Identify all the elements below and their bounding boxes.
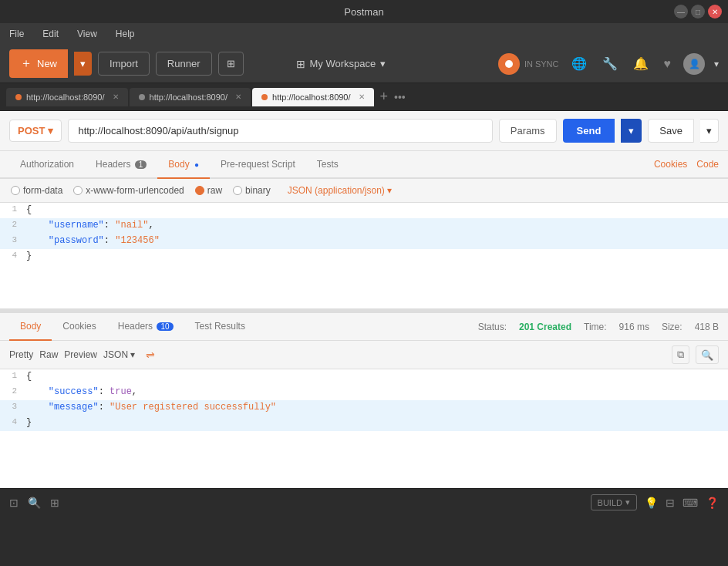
tab-authorization[interactable]: Authorization [9,151,85,179]
send-button[interactable]: Send [563,119,615,143]
form-data-option[interactable]: form-data [11,185,62,196]
tab-1[interactable]: http://localhost:8090/ ✕ [6,88,128,106]
response-actions: ⧉ 🔍 [672,345,719,364]
time-value: 916 ms [619,322,649,332]
tab-more-button[interactable]: ••• [394,91,406,103]
globe-icon[interactable]: 🌐 [568,53,590,74]
time-label: Time: [584,322,607,332]
cookies-link[interactable]: Cookies [654,159,687,170]
menu-file[interactable]: File [6,27,27,41]
raw-button[interactable]: Raw [39,349,58,360]
tab-2[interactable]: http://localhost:8090/ ✕ [130,88,251,106]
toolbar: ＋ New ▾ Import Runner ⊞ ⊞ My Workspace ▾… [0,45,728,83]
raw-radio[interactable] [195,186,204,195]
workspace-grid-icon: ⊞ [296,58,305,70]
code-link[interactable]: Code [696,159,719,170]
menu-help[interactable]: Help [113,27,138,41]
collection-icon[interactable]: ⊞ [50,497,59,509]
new-dropdown-button[interactable]: ▾ [74,52,92,76]
response-code-editor[interactable]: 1 { 2 "success": true, 3 "message": "Use… [0,369,728,488]
tab-dot-3 [261,94,268,100]
tab-body[interactable]: Body ● [157,151,210,179]
tab-close-2[interactable]: ✕ [235,93,241,101]
response-status: Status: 201 Created Time: 916 ms Size: 4… [478,322,719,332]
resp-tab-cookies[interactable]: Cookies [52,313,106,341]
new-window-icon[interactable]: ⊡ [9,497,19,509]
runner-button[interactable]: Runner [156,52,212,76]
word-wrap-icon[interactable]: ⇌ [146,349,155,361]
avatar-chevron-icon[interactable]: ▾ [714,59,719,69]
bell-icon[interactable]: 🔔 [630,53,652,74]
tab-3[interactable]: http://localhost:8090/ ✕ [252,88,374,106]
tab-close-3[interactable]: ✕ [359,93,365,101]
tab-headers[interactable]: Headers 1 [85,151,157,179]
tab-pre-request[interactable]: Pre-request Script [210,151,306,179]
save-button[interactable]: Save [648,119,694,143]
resp-headers-badge: 10 [157,322,173,331]
resp-tab-test-results[interactable]: Test Results [184,313,256,341]
method-chevron-icon: ▾ [48,125,53,136]
request-bar: POST ▾ Params Send ▾ Save ▾ [0,111,728,151]
request-code-editor[interactable]: 1 { 2 "username": "nail", 3 "password": … [0,203,728,311]
build-button[interactable]: BUILD ▾ [591,494,637,510]
resp-tab-headers[interactable]: Headers 10 [107,313,184,341]
sync-layout-button[interactable]: ⊞ [218,52,244,76]
form-data-radio[interactable] [11,186,20,195]
panel-tab-right: Cookies Code [654,159,719,170]
heart-icon[interactable]: ♥ [661,54,675,74]
sync-dot [505,60,513,68]
json-type-chevron-icon: ▾ [387,185,392,196]
menu-edit[interactable]: Edit [39,27,62,41]
avatar[interactable]: 👤 [683,53,705,75]
split-view-icon[interactable]: ⊟ [666,497,675,509]
send-dropdown-button[interactable]: ▾ [621,119,642,143]
resp-line-1: 1 { [0,369,728,385]
footer: ⊡ 🔍 ⊞ BUILD ▾ 💡 ⊟ ⌨ ❓ [0,488,728,516]
url-input[interactable] [68,119,492,143]
workspace-chevron-icon: ▾ [380,58,386,69]
save-dropdown-button[interactable]: ▾ [700,119,719,143]
params-button[interactable]: Params [499,119,557,143]
wrench-icon[interactable]: 🔧 [599,53,621,74]
lightbulb-icon[interactable]: 💡 [645,497,658,509]
resp-line-2: 2 "success": true, [0,385,728,400]
urlencoded-option[interactable]: x-www-form-urlencoded [73,185,184,196]
app-title: Postman [344,6,383,18]
method-select[interactable]: POST ▾ [9,120,62,142]
urlencoded-radio[interactable] [73,186,83,195]
window-controls: — □ ✕ [674,5,722,19]
preview-button[interactable]: Preview [64,349,97,360]
resp-tab-body[interactable]: Body [9,313,52,341]
search-icon[interactable]: 🔍 [28,497,41,509]
menu-view[interactable]: View [74,27,100,41]
pretty-button[interactable]: Pretty [9,349,33,360]
tab-close-1[interactable]: ✕ [113,93,119,101]
search-response-button[interactable]: 🔍 [696,345,719,364]
raw-option[interactable]: raw [195,185,222,196]
tab-label-3: http://localhost:8090/ [272,93,351,102]
json-format-select[interactable]: JSON ▾ [103,349,135,360]
workspace-label: My Workspace [310,58,376,69]
sync-label: IN SYNC [524,59,559,69]
import-button[interactable]: Import [98,52,150,76]
minimize-button[interactable]: — [674,5,688,19]
keyboard-icon[interactable]: ⌨ [682,497,698,509]
maximize-button[interactable]: □ [691,5,705,19]
json-type-select[interactable]: JSON (application/json) ▾ [288,185,392,196]
binary-radio[interactable] [233,186,242,195]
new-button[interactable]: ＋ New [9,49,68,78]
response-format-bar: Pretty Raw Preview JSON ▾ ⇌ ⧉ 🔍 [0,341,728,369]
size-label: Size: [662,322,682,332]
new-tab-button[interactable]: + [376,89,393,105]
copy-button[interactable]: ⧉ [672,345,689,364]
tab-label-2: http://localhost:8090/ [150,93,228,102]
response-section: Body Cookies Headers 10 Test Results Sta… [0,311,728,488]
panel-tabs: Authorization Headers 1 Body ● Pre-reque… [0,151,728,179]
close-button[interactable]: ✕ [708,5,722,19]
binary-option[interactable]: binary [233,185,271,196]
new-label: New [37,58,57,69]
tab-tests[interactable]: Tests [306,151,349,179]
workspace-selector[interactable]: ⊞ My Workspace ▾ [296,58,386,70]
menubar: File Edit View Help [0,23,728,45]
help-icon[interactable]: ❓ [706,497,719,509]
